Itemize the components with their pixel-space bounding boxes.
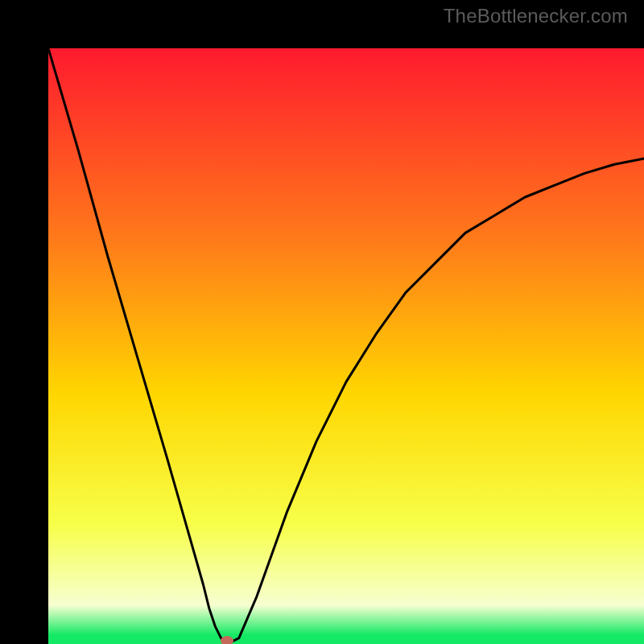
watermark-text: TheBottlenecker.com [444, 5, 628, 27]
chart-background [48, 48, 644, 644]
chart-plot-area [48, 48, 644, 644]
chart-svg [48, 48, 644, 644]
chart-frame [0, 0, 644, 644]
